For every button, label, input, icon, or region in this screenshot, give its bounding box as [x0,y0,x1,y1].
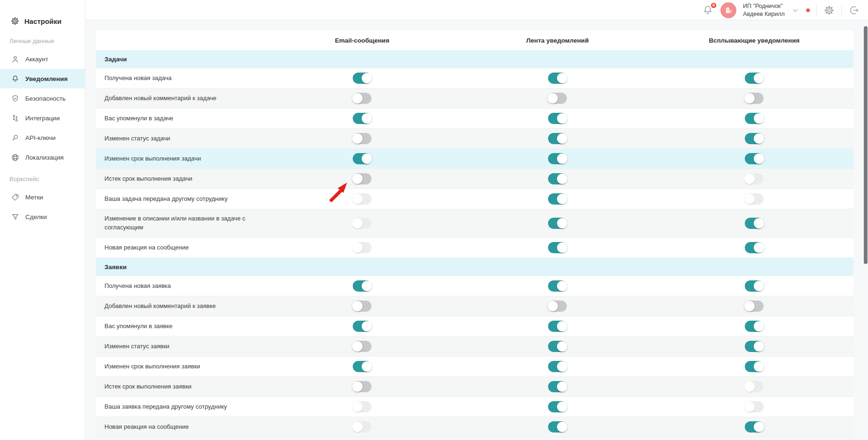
scrollbar-thumb[interactable] [864,26,868,264]
toggle-cell-feed [548,321,567,332]
toggle-email[interactable] [353,341,371,352]
row-label: Изменен статус задачи [96,132,175,146]
toggle-cell-popup [745,301,764,312]
toggle-email[interactable] [353,321,371,332]
row-label: Изменен срок выполнения заявки [96,359,205,374]
row-label: Изменен срок выполнения задачи [96,152,206,166]
toggle-feed[interactable] [548,218,567,229]
gear-icon [10,16,20,26]
toggle-cell-popup [745,153,764,164]
toggle-feed[interactable] [548,401,567,412]
toggle-feed[interactable] [548,341,567,352]
column-header-feed: Лента уведомлений [526,37,588,44]
row-label: Новая реакция на сообщение [96,420,193,434]
sidebar: Настройки Личные данные Аккаунт Уведомле… [0,0,85,440]
toggle-email[interactable] [353,173,371,184]
toggle-cell-feed [548,73,567,84]
bell-icon [10,74,20,83]
toggle-cell-popup [745,361,764,372]
toggle-cell-popup [745,381,764,392]
table-body: ЗадачиПолучена новая задачаДобавлен новы… [96,50,853,437]
toggle-feed[interactable] [548,242,567,253]
toggle-popup[interactable] [745,301,764,312]
toggle-email[interactable] [353,153,371,164]
topbar: 8 ИП "Родничок" Авдеев Кирилл [0,0,868,20]
table-row: Истек срок выполнения задачи [96,169,853,189]
toggle-cell-email [353,242,371,253]
toggle-popup[interactable] [745,133,764,144]
sidebar-item-localization[interactable]: Локализация [0,147,85,167]
toggle-feed[interactable] [548,301,567,312]
table-row: Новая реакция на сообщение [96,238,853,258]
toggle-feed[interactable] [548,113,567,124]
sidebar-item-account[interactable]: Аккаунт [0,49,85,69]
toggle-popup[interactable] [745,242,764,253]
toggle-popup[interactable] [745,113,764,124]
sidebar-item-deals[interactable]: Сделки [0,207,85,227]
toggle-feed[interactable] [548,193,567,205]
toggle-cell-popup [745,401,764,412]
toggle-email[interactable] [353,280,371,292]
section-title: Заявки [104,264,126,271]
toggle-feed[interactable] [548,153,567,164]
toggle-feed[interactable] [548,361,567,372]
sidebar-item-tags[interactable]: Метки [0,187,85,207]
toggle-popup[interactable] [745,321,764,332]
toggle-email[interactable] [353,133,371,144]
toggle-cell-feed [548,193,567,205]
toggle-cell-email [353,73,371,84]
sidebar-item-integrations[interactable]: Интеграции [0,108,85,128]
table-row: Истек срок выполнения заявки [96,377,853,397]
sidebar-item-security[interactable]: Безопасность [0,88,85,108]
chevron-down-icon [791,6,800,15]
toggle-popup[interactable] [745,280,764,292]
logout-button[interactable] [848,5,860,16]
toggle-email[interactable] [353,93,371,104]
toggle-popup[interactable] [745,73,764,84]
toggle-feed[interactable] [548,421,567,433]
row-label: Вас упомянули в задаче [96,111,178,126]
toggle-cell-feed [548,153,567,164]
user-menu-chevron[interactable] [791,6,800,15]
integration-icon [10,113,20,123]
toggle-popup[interactable] [745,341,764,352]
toggle-email[interactable] [353,73,371,84]
toggle-feed[interactable] [548,381,567,392]
user-name: Авдеев Кирилл [743,10,785,18]
sidebar-section-personal: Личные данные [0,29,85,49]
toggle-email[interactable] [353,113,371,124]
settings-button[interactable] [823,5,835,16]
toggle-email[interactable] [353,381,371,392]
divider [816,4,817,16]
sidebar-item-notifications[interactable]: Уведомления [0,69,85,88]
toggle-popup[interactable] [745,218,764,229]
toggle-popup[interactable] [745,361,764,372]
table-row: Добавлен новый комментарий к задаче [96,88,853,109]
key-search-icon [10,133,20,142]
sidebar-item-label: Интеграции [25,115,59,122]
funnel-icon [10,212,20,221]
toggle-feed[interactable] [548,173,567,184]
toggle-cell-popup [745,193,764,205]
toggle-email[interactable] [353,301,371,312]
toggle-feed[interactable] [548,133,567,144]
user-info[interactable]: ИП "Родничок" Авдеев Кирилл [743,2,785,18]
toggle-email [353,401,371,412]
toggle-feed[interactable] [548,280,567,292]
avatar[interactable] [720,2,736,18]
toggle-popup[interactable] [745,153,764,164]
toggle-feed[interactable] [548,73,567,84]
toggle-feed[interactable] [548,321,567,332]
gear-icon [823,5,835,16]
divider [841,4,842,16]
sidebar-item-label: Уведомления [25,75,67,82]
toggle-cell-email [353,301,371,312]
toggle-email[interactable] [353,361,371,372]
notifications-button[interactable]: 8 [702,4,714,16]
table-row: Изменен статус заявки [96,337,853,357]
sidebar-item-api-keys[interactable]: API-ключи [0,128,85,147]
toggle-feed[interactable] [548,93,567,104]
row-label: Изменение в описании и/или названии в за… [96,212,251,235]
toggle-popup[interactable] [745,93,764,104]
toggle-popup[interactable] [745,421,764,433]
